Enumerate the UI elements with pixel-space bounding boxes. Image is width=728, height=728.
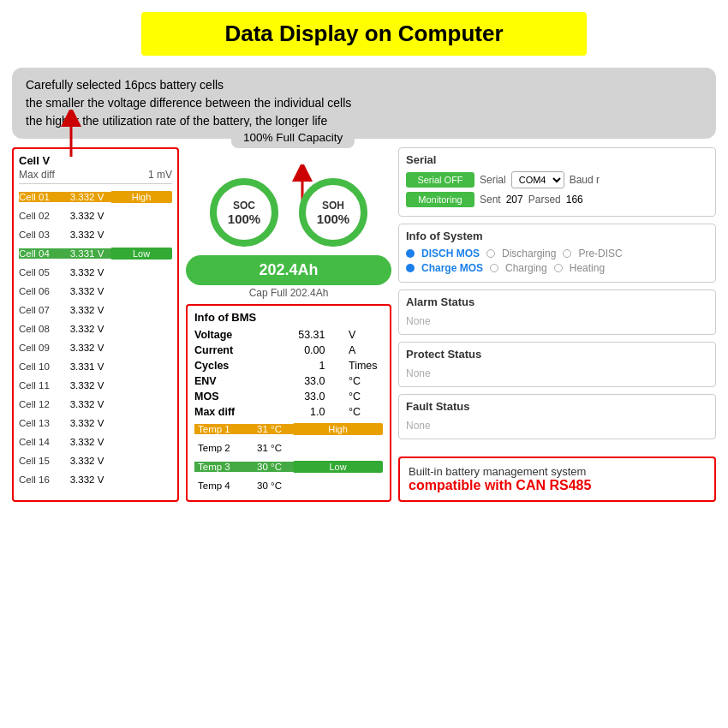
- fault-status-title: Fault Status: [406, 400, 708, 413]
- cell-row: Cell 123.332 V: [19, 395, 172, 414]
- bms-rows-list: Voltage53.31VCurrent0.00ACycles1TimesENV…: [194, 327, 383, 420]
- cell-row: Cell 063.332 V: [19, 282, 172, 301]
- pre-disc-radio: [563, 249, 571, 258]
- cell-row: Cell 113.332 V: [19, 376, 172, 395]
- soh-circle: SOH 100%: [295, 175, 371, 250]
- bms-row: Voltage53.31V: [194, 327, 383, 343]
- cell-row: Cell 073.332 V: [19, 301, 172, 319]
- protect-status-section: Protect Status None: [398, 342, 716, 387]
- cell-row: Cell 133.332 V: [19, 414, 172, 433]
- temp-row: Temp 231 °C: [194, 439, 383, 457]
- alarm-status-section: Alarm Status None: [398, 289, 716, 335]
- circles-row: SOC 100% SOH 100%: [186, 175, 391, 250]
- temp-row: Temp 430 °C: [194, 476, 383, 495]
- alarm-status-value: None: [406, 313, 708, 329]
- description-box: Carefully selected 16pcs battery cells t…: [12, 68, 716, 139]
- protect-status-value: None: [406, 366, 708, 381]
- bottom-note: Built-in battery management system compa…: [398, 456, 716, 502]
- cell-row: Cell 033.332 V: [19, 225, 172, 244]
- cell-panel-title: Cell V: [19, 154, 172, 167]
- cell-panel-maxdiff: Max diff 1 mV: [19, 169, 172, 184]
- bms-info-box: Info of BMS Voltage53.31VCurrent0.00ACyc…: [186, 304, 391, 502]
- bms-title: Info of BMS: [194, 311, 383, 324]
- cell-row: Cell 023.332 V: [19, 206, 172, 225]
- bms-row: Max diff1.0°C: [194, 404, 383, 420]
- bottom-note-text2: compatible with CAN RS485: [409, 478, 706, 493]
- bottom-note-text1: Built-in battery management system: [409, 465, 706, 478]
- system-row-1: DISCH MOS Discharging Pre-DISC: [406, 248, 708, 260]
- cell-row: Cell 043.331 VLow: [19, 244, 172, 263]
- serial-row-1: Serial OFF Serial COM4 Baud r: [406, 171, 708, 188]
- temp-rows-list: Temp 131 °CHighTemp 231 °CTemp 330 °CLow…: [194, 420, 383, 495]
- cell-row: Cell 093.332 V: [19, 338, 172, 357]
- cell-row: Cell 163.332 V: [19, 470, 172, 489]
- cell-row: Cell 083.332 V: [19, 319, 172, 338]
- cell-row: Cell 103.331 V: [19, 357, 172, 376]
- info-system-section: Info of System DISCH MOS Discharging Pre…: [398, 224, 716, 283]
- bms-row: Cycles1Times: [194, 358, 383, 373]
- alarm-status-title: Alarm Status: [406, 295, 708, 308]
- full-capacity-label: 100% Full Capacity: [231, 127, 355, 148]
- soc-circle: SOC 100%: [206, 175, 282, 250]
- serial-section: Serial Serial OFF Serial COM4 Baud r Mon…: [398, 147, 716, 217]
- protect-status-title: Protect Status: [406, 348, 708, 361]
- disch-mos-indicator: [406, 249, 415, 258]
- bms-row: ENV33.0°C: [194, 373, 383, 389]
- monitoring-button[interactable]: Monitoring: [406, 192, 474, 207]
- serial-title: Serial: [406, 153, 708, 166]
- page-title: Data Display on Computer: [141, 12, 587, 56]
- temp-row: Temp 330 °CLow: [194, 457, 383, 476]
- temp-row: Temp 131 °CHigh: [194, 420, 383, 439]
- info-system-title: Info of System: [406, 230, 708, 242]
- cell-row: Cell 143.332 V: [19, 433, 172, 451]
- cell-voltage-panel: Cell V Max diff 1 mV Cell 013.332 VHighC…: [12, 147, 179, 502]
- capacity-bar: 202.4Ah: [186, 255, 391, 285]
- bms-row: Current0.00A: [194, 343, 383, 358]
- discharging-radio: [486, 249, 495, 258]
- right-panel: Serial Serial OFF Serial COM4 Baud r Mon…: [398, 147, 716, 502]
- cell-rows-list: Cell 013.332 VHighCell 023.332 VCell 033…: [19, 188, 172, 489]
- cell-row: Cell 013.332 VHigh: [19, 188, 172, 206]
- charging-radio: [490, 264, 498, 272]
- bms-row: MOS33.0°C: [194, 389, 383, 404]
- serial-com-select[interactable]: COM4: [511, 171, 564, 188]
- serial-off-button[interactable]: Serial OFF: [406, 172, 474, 188]
- system-row-2: Charge MOS Charging Heating: [406, 262, 708, 274]
- serial-row-2: Monitoring Sent 207 Parsed 166: [406, 192, 708, 207]
- fault-status-value: None: [406, 418, 708, 433]
- middle-panel: SOC 100% SOH 100% 202.4Ah Cap Full 202.4…: [186, 147, 391, 502]
- charge-mos-indicator: [406, 264, 415, 272]
- heating-radio: [554, 264, 563, 272]
- cell-row: Cell 053.332 V: [19, 263, 172, 282]
- capacity-sub: Cap Full 202.4Ah: [186, 287, 391, 299]
- cell-row: Cell 153.332 V: [19, 451, 172, 470]
- fault-status-section: Fault Status None: [398, 394, 716, 439]
